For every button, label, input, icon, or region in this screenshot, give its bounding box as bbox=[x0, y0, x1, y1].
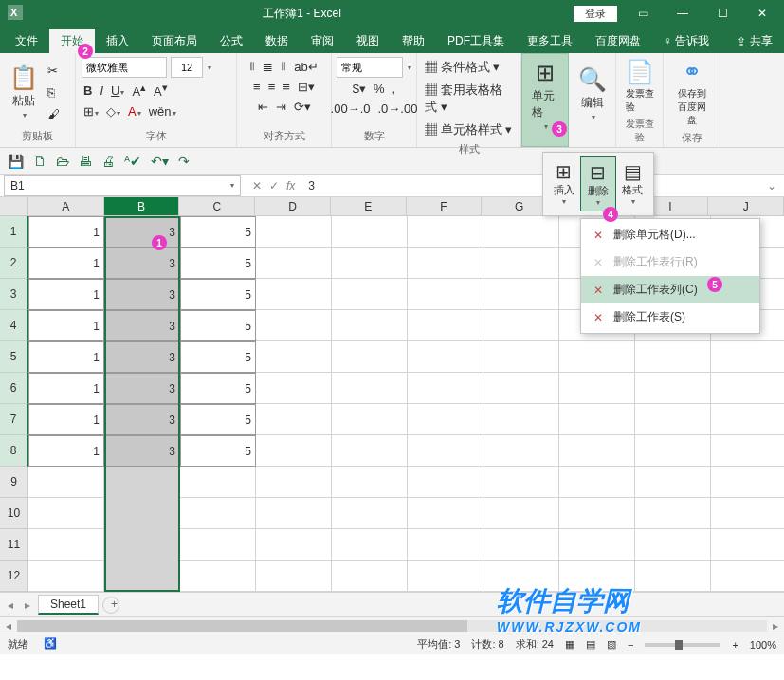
editing-group-label[interactable] bbox=[574, 130, 610, 145]
row-header-11[interactable]: 11 bbox=[0, 529, 28, 561]
align-right-button[interactable]: ≡ bbox=[281, 78, 292, 96]
column-header-F[interactable]: F bbox=[407, 197, 483, 216]
cell-J11[interactable] bbox=[711, 529, 784, 561]
zoom-slider[interactable] bbox=[645, 643, 720, 647]
borders-button[interactable]: ⊞▾ bbox=[82, 102, 100, 120]
cell-F2[interactable] bbox=[408, 248, 483, 279]
select-all-corner[interactable] bbox=[0, 197, 28, 216]
cell-styles-button[interactable]: ▦ 单元格样式 ▾ bbox=[423, 119, 514, 140]
cell-D9[interactable] bbox=[256, 467, 332, 498]
formula-bar[interactable]: 3 bbox=[302, 179, 759, 193]
invoice-check-button[interactable]: 📄 发票查验 bbox=[622, 57, 658, 116]
decrease-decimal-button[interactable]: .0→.00 bbox=[376, 100, 420, 118]
align-center-button[interactable]: ≡ bbox=[266, 78, 278, 96]
cell-B4[interactable]: 3 bbox=[104, 310, 180, 341]
wrap-text-button[interactable]: ab↵ bbox=[292, 58, 319, 76]
fx-button[interactable]: fx bbox=[286, 179, 295, 193]
cell-D10[interactable] bbox=[256, 498, 332, 529]
menu-page-layout[interactable]: 页面布局 bbox=[140, 29, 209, 53]
cell-D8[interactable] bbox=[256, 435, 332, 467]
zoom-level[interactable]: 100% bbox=[750, 639, 776, 651]
cell-B10[interactable] bbox=[104, 498, 180, 529]
delete-cells-menuitem[interactable]: ✕ 删除单元格(D)... bbox=[581, 221, 759, 248]
percent-button[interactable]: % bbox=[372, 80, 387, 98]
menu-view[interactable]: 视图 bbox=[345, 29, 391, 53]
view-page-layout-button[interactable]: ▤ bbox=[586, 638, 595, 651]
save-button[interactable]: 💾 bbox=[8, 154, 24, 169]
accessibility-icon[interactable]: ♿ bbox=[44, 637, 57, 652]
cell-A10[interactable] bbox=[28, 498, 104, 529]
cell-C1[interactable]: 5 bbox=[180, 216, 256, 248]
horizontal-scrollbar[interactable]: ◂ ▸ bbox=[0, 616, 784, 634]
row-header-5[interactable]: 5 bbox=[0, 341, 28, 373]
redo-button[interactable]: ↷ bbox=[178, 154, 190, 169]
cell-A3[interactable]: 1 bbox=[28, 279, 104, 310]
cell-E11[interactable] bbox=[332, 529, 408, 561]
close-icon[interactable]: ✕ bbox=[748, 7, 776, 20]
cell-B2[interactable]: 3 bbox=[104, 248, 180, 279]
invoice-group-label[interactable]: 发票查验 bbox=[622, 116, 657, 146]
cell-C8[interactable]: 5 bbox=[180, 435, 256, 467]
cell-J9[interactable] bbox=[711, 467, 784, 498]
cell-E4[interactable] bbox=[332, 310, 408, 341]
cell-G2[interactable] bbox=[483, 248, 559, 279]
increase-font-button[interactable]: A▴ bbox=[130, 80, 148, 101]
undo-button[interactable]: ↶▾ bbox=[151, 154, 169, 169]
add-sheet-button[interactable]: + bbox=[102, 597, 119, 614]
increase-decimal-button[interactable]: .00→.0 bbox=[329, 100, 373, 118]
fill-color-button[interactable]: ◇▾ bbox=[104, 102, 122, 120]
cell-I11[interactable] bbox=[635, 529, 711, 561]
row-header-1[interactable]: 1 bbox=[0, 216, 28, 248]
cell-H11[interactable] bbox=[559, 529, 635, 561]
align-top-button[interactable]: ⫴ bbox=[247, 57, 257, 76]
column-header-J[interactable]: J bbox=[708, 197, 784, 216]
cell-J10[interactable] bbox=[711, 498, 784, 529]
cell-C7[interactable]: 5 bbox=[180, 404, 256, 435]
cell-A8[interactable]: 1 bbox=[28, 435, 104, 467]
cell-F6[interactable] bbox=[408, 373, 483, 404]
cell-I12[interactable] bbox=[635, 561, 711, 592]
cell-H5[interactable] bbox=[559, 341, 635, 373]
cell-H6[interactable] bbox=[559, 373, 635, 404]
cell-C4[interactable]: 5 bbox=[180, 310, 256, 341]
row-header-3[interactable]: 3 bbox=[0, 279, 28, 310]
cell-J6[interactable] bbox=[711, 373, 784, 404]
tab-prev-button[interactable]: ◂ bbox=[4, 598, 17, 612]
open-button[interactable]: 🗁 bbox=[56, 154, 69, 169]
cell-A9[interactable] bbox=[28, 467, 104, 498]
ribbon-display-icon[interactable]: ▭ bbox=[629, 7, 657, 20]
cell-I7[interactable] bbox=[635, 404, 711, 435]
cell-C3[interactable]: 5 bbox=[180, 279, 256, 310]
orientation-button[interactable]: ⟳▾ bbox=[292, 98, 313, 116]
phonetic-button[interactable]: wěn▾ bbox=[147, 102, 178, 120]
alignment-group-label[interactable]: 对齐方式 bbox=[243, 127, 325, 145]
cell-H7[interactable] bbox=[559, 404, 635, 435]
cell-G5[interactable] bbox=[483, 341, 559, 373]
menu-formulas[interactable]: 公式 bbox=[209, 29, 254, 53]
row-header-4[interactable]: 4 bbox=[0, 310, 28, 341]
cell-B3[interactable]: 3 bbox=[104, 279, 180, 310]
cell-I5[interactable] bbox=[635, 341, 711, 373]
cell-J12[interactable] bbox=[711, 561, 784, 592]
cell-B5[interactable]: 3 bbox=[104, 341, 180, 373]
cell-G9[interactable] bbox=[483, 467, 559, 498]
cell-F1[interactable] bbox=[408, 216, 483, 248]
cell-G12[interactable] bbox=[483, 561, 559, 592]
cell-E10[interactable] bbox=[332, 498, 408, 529]
cell-A12[interactable] bbox=[28, 561, 104, 592]
view-normal-button[interactable]: ▦ bbox=[565, 638, 574, 651]
cell-B1[interactable]: 3 bbox=[104, 216, 180, 248]
decrease-indent-button[interactable]: ⇤ bbox=[256, 98, 270, 116]
cell-G6[interactable] bbox=[483, 373, 559, 404]
align-middle-button[interactable]: ≣ bbox=[261, 58, 275, 76]
delete-columns-menuitem[interactable]: ✕ 删除工作表列(C) bbox=[581, 276, 759, 303]
cell-G3[interactable] bbox=[483, 279, 559, 310]
conditional-format-button[interactable]: ▦ 条件格式 ▾ bbox=[423, 57, 501, 78]
cell-I10[interactable] bbox=[635, 498, 711, 529]
save-baidu-button[interactable]: ⚭ 保存到百度网盘 bbox=[669, 57, 714, 129]
column-header-A[interactable]: A bbox=[28, 197, 104, 216]
cell-I8[interactable] bbox=[635, 435, 711, 467]
menu-file[interactable]: 文件 bbox=[4, 29, 49, 53]
cell-E2[interactable] bbox=[332, 248, 408, 279]
cell-D1[interactable] bbox=[256, 216, 332, 248]
